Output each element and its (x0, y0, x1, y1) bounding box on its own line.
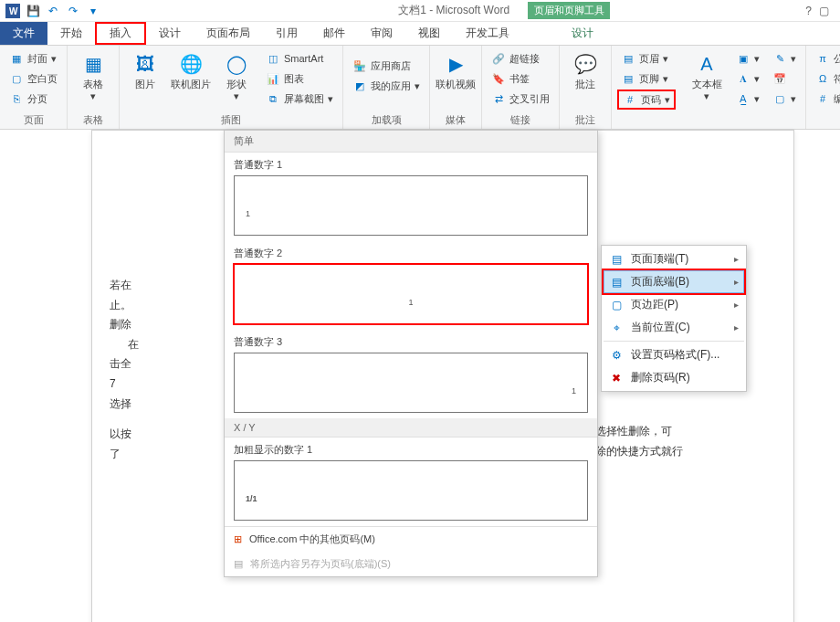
screenshot-button[interactable]: ⧉屏幕截图 ▾ (262, 90, 337, 108)
gallery-item-label: 普通数字 3 (225, 330, 597, 351)
shapes-button[interactable]: ◯形状▾ (216, 49, 257, 102)
group-links: 🔗超链接 🔖书签 ⇄交叉引用 链接 (482, 46, 560, 129)
gallery-item[interactable]: 加粗显示的数字 1 1/1 (225, 438, 597, 521)
save-icon[interactable]: 💾 (24, 2, 42, 20)
chevron-right-icon: ▸ (734, 322, 739, 332)
submenu-separator (604, 341, 744, 342)
group-label: 链接 (488, 111, 553, 129)
header-button[interactable]: ▤页眉 ▾ (617, 49, 676, 68)
group-label: 表格 (73, 111, 113, 129)
bookmark-button[interactable]: 🔖书签 (488, 69, 553, 88)
qat-customize-icon[interactable]: ▾ (84, 2, 102, 20)
gallery-item[interactable]: 普通数字 2 1 (225, 241, 597, 324)
number-button[interactable]: #编号 (812, 90, 840, 108)
tab-review[interactable]: 审阅 (358, 22, 405, 45)
page-number-icon: # (623, 92, 637, 107)
page-number-button[interactable]: #页码 ▾ (617, 90, 676, 110)
delete-icon: ✖ (609, 371, 624, 385)
tab-developer[interactable]: 开发工具 (453, 22, 522, 45)
table-icon: ▦ (79, 49, 108, 79)
signature-icon: ✎ (772, 51, 787, 66)
online-pictures-icon: 🌐 (176, 49, 205, 79)
blank-page-button[interactable]: ▢空白页 (5, 69, 61, 88)
group-illustrations: 🖼图片 🌐联机图片 ◯形状▾ ◫SmartArt 📊图表 ⧉屏幕截图 ▾ 插图 (120, 46, 343, 129)
smartart-button[interactable]: ◫SmartArt (262, 49, 337, 68)
group-label: 页面 (5, 111, 61, 129)
tab-context-design[interactable]: 设计 (559, 22, 606, 45)
submenu-format-page-numbers[interactable]: ⚙设置页码格式(F)... (604, 343, 744, 366)
gallery-item[interactable]: 普通数字 3 1 (225, 330, 597, 413)
group-label: 加载项 (349, 111, 424, 129)
group-label: 媒体 (436, 111, 476, 129)
tab-layout[interactable]: 页面布局 (194, 22, 263, 45)
submenu-current-position[interactable]: ⌖当前位置(C)▸ (604, 316, 744, 339)
hyperlink-icon: 🔗 (491, 51, 506, 66)
online-pictures-button[interactable]: 🌐联机图片 (171, 49, 211, 90)
format-icon: ⚙ (609, 348, 624, 363)
gallery-item[interactable]: 普通数字 1 1 (225, 153, 597, 236)
submenu-bottom-of-page[interactable]: ▤页面底端(B)▸ (604, 270, 744, 293)
group-comments: 💬批注 批注 (560, 46, 612, 129)
page-bottom-icon: ▤ (609, 275, 624, 290)
textbox-button[interactable]: A文本框▾ (687, 49, 727, 102)
quick-parts-button[interactable]: ▣▾ (732, 49, 763, 68)
submenu-top-of-page[interactable]: ▤页面顶端(T)▸ (604, 248, 744, 270)
cover-page-button[interactable]: ▦封面 ▾ (5, 49, 61, 68)
chart-button[interactable]: 📊图表 (262, 69, 337, 88)
window-title: 文档1 - Microsoft Word (102, 3, 805, 18)
ribbon-display-icon[interactable]: ▢ (819, 5, 829, 17)
object-button[interactable]: ▢▾ (769, 90, 800, 108)
gallery-preview: 1/1 (234, 460, 588, 521)
group-label (687, 114, 800, 129)
group-label (617, 114, 676, 129)
ribbon: ▦封面 ▾ ▢空白页 ⎘分页 页面 ▦表格▾ 表格 🖼图片 🌐联机图片 ◯形状▾… (0, 46, 840, 130)
shapes-icon: ◯ (222, 49, 251, 79)
symbol-button[interactable]: Ω符号 ▾ (812, 69, 840, 88)
wordart-icon: 𝐀 (736, 71, 751, 86)
date-time-button[interactable]: 📅 (769, 69, 800, 88)
submenu-page-margins[interactable]: ▢页边距(P)▸ (604, 293, 744, 316)
my-apps-button[interactable]: ◩我的应用 ▾ (349, 77, 424, 95)
tab-file[interactable]: 文件 (0, 22, 47, 45)
equation-button[interactable]: π公式 ▾ (812, 49, 840, 68)
gallery-more-from-office[interactable]: ⊞Office.com 中的其他页码(M) (225, 527, 597, 552)
blank-page-icon: ▢ (9, 71, 24, 86)
online-video-button[interactable]: ▶联机视频 (436, 49, 476, 90)
redo-icon[interactable]: ↷ (64, 2, 82, 20)
my-apps-icon: ◩ (352, 79, 367, 93)
tab-mailings[interactable]: 邮件 (310, 22, 358, 45)
gallery-preview: 1 (234, 175, 588, 236)
word-app-icon[interactable]: W (4, 2, 22, 20)
textbox-icon: A (692, 49, 721, 79)
gallery-preview: 1 (234, 264, 588, 324)
page-break-button[interactable]: ⎘分页 (5, 90, 61, 108)
undo-icon[interactable]: ↶ (44, 2, 62, 20)
hyperlink-button[interactable]: 🔗超链接 (488, 49, 553, 68)
footer-button[interactable]: ▤页脚 ▾ (617, 69, 676, 88)
help-icon[interactable]: ? (805, 5, 812, 17)
tab-insert[interactable]: 插入 (95, 22, 146, 45)
tab-home[interactable]: 开始 (47, 22, 95, 45)
page-top-icon: ▤ (609, 252, 624, 267)
wordart-button[interactable]: 𝐀▾ (732, 69, 763, 88)
quick-parts-icon: ▣ (736, 51, 751, 66)
chart-icon: 📊 (266, 71, 280, 86)
signature-button[interactable]: ✎▾ (769, 49, 800, 68)
drop-cap-button[interactable]: A̲▾ (732, 90, 763, 108)
submenu-remove-page-numbers[interactable]: ✖删除页码(R) (604, 366, 744, 389)
document-body-text: 若在 止。 删除 在 击全 7 选择 以按 了 (110, 276, 219, 464)
drop-cap-icon: A̲ (736, 91, 751, 106)
gallery-section-header: X / Y (225, 418, 597, 438)
tab-design[interactable]: 设计 (146, 22, 194, 45)
pictures-button[interactable]: 🖼图片 (125, 49, 165, 90)
chevron-right-icon: ▸ (734, 300, 739, 310)
gallery-preview: 1 (234, 353, 588, 413)
cursor-position-icon: ⌖ (609, 321, 624, 335)
cross-reference-button[interactable]: ⇄交叉引用 (488, 90, 553, 108)
table-button[interactable]: ▦表格▾ (73, 49, 113, 102)
tab-references[interactable]: 引用 (263, 22, 310, 45)
store-button[interactable]: 🏪应用商店 (349, 57, 424, 75)
tab-view[interactable]: 视图 (405, 22, 453, 45)
comment-button[interactable]: 💬批注 (565, 49, 605, 90)
group-label (812, 114, 840, 129)
